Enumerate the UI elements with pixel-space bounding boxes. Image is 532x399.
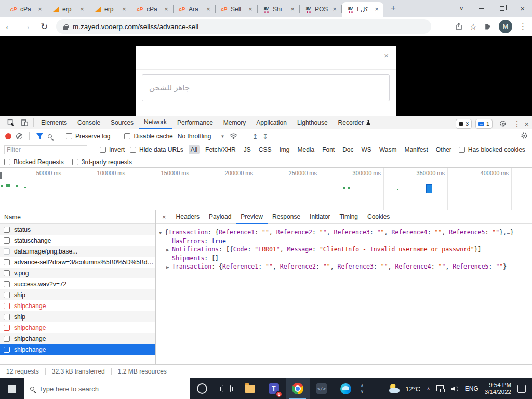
network-settings-gear-icon[interactable] xyxy=(521,132,528,141)
checkbox-icon[interactable] xyxy=(124,133,130,139)
json-line[interactable]: ▶Transaction: {Reference1: "", Reference… xyxy=(166,262,532,271)
issues-badge[interactable]: 1 xyxy=(475,119,493,129)
json-line[interactable]: HasErrors: true xyxy=(166,237,532,245)
request-row[interactable]: shipchange xyxy=(0,333,155,344)
device-toolbar-icon[interactable] xyxy=(18,116,31,129)
json-line[interactable]: ▼{Transaction: {Reference1: "", Referenc… xyxy=(159,228,532,237)
tab-close-icon[interactable]: × xyxy=(121,6,128,12)
filter-type-doc[interactable]: Doc xyxy=(340,145,355,154)
devtools-settings-gear-icon[interactable] xyxy=(496,117,510,130)
forward-icon[interactable]: → xyxy=(18,21,35,32)
request-checkbox[interactable] xyxy=(4,270,10,276)
console-errors-badge[interactable]: 3 xyxy=(456,119,472,129)
throttling-select[interactable]: No throttling▼ xyxy=(178,132,225,140)
request-checkbox[interactable] xyxy=(4,248,10,255)
share-icon[interactable] xyxy=(455,22,463,31)
preserve-log-checkbox[interactable]: Preserve log xyxy=(66,132,110,140)
timeline-request-mark[interactable] xyxy=(24,187,26,188)
request-checkbox[interactable] xyxy=(4,237,10,244)
timeline-request-mark[interactable] xyxy=(343,187,345,189)
request-checkbox[interactable] xyxy=(4,347,10,353)
action-center-icon[interactable] xyxy=(517,385,526,393)
request-row[interactable]: data:image/png;base... xyxy=(0,246,155,257)
filter-type-fetchxhr[interactable]: Fetch/XHR xyxy=(203,145,238,154)
checkbox-icon[interactable] xyxy=(100,147,106,153)
file-explorer-button[interactable] xyxy=(238,378,262,399)
request-row[interactable]: statuschange xyxy=(0,235,155,246)
detail-tab-payload[interactable]: Payload xyxy=(204,210,236,224)
request-row[interactable]: ship xyxy=(0,311,155,322)
blocked-requests-checkbox[interactable]: Blocked Requests xyxy=(4,158,64,166)
bookmark-star-icon[interactable]: ☆ xyxy=(470,22,477,32)
detail-tab-timing[interactable]: Timing xyxy=(335,210,363,224)
taskbar-clock[interactable]: 9:54 PM 3/14/2022 xyxy=(485,382,511,395)
request-checkbox[interactable] xyxy=(4,259,10,265)
tab-close-icon[interactable]: × xyxy=(331,6,338,12)
timeline-request-mark[interactable] xyxy=(348,187,350,189)
preview-json-tree[interactable]: ▼{Transaction: {Reference1: "", Referenc… xyxy=(156,224,532,364)
detail-tab-headers[interactable]: Headers xyxy=(171,210,204,224)
expand-arrow-icon[interactable]: ▶ xyxy=(166,263,172,271)
disable-cache-checkbox[interactable]: Disable cache xyxy=(124,132,172,140)
filter-type-js[interactable]: JS xyxy=(242,145,253,154)
checkbox-icon[interactable] xyxy=(459,147,465,153)
filter-funnel-icon[interactable] xyxy=(36,133,43,139)
tab-search-chevron-icon[interactable]: ∨ xyxy=(459,5,463,12)
back-icon[interactable]: ← xyxy=(0,21,18,32)
request-row[interactable]: ship xyxy=(0,289,155,300)
code-app-button[interactable]: </> xyxy=(310,378,334,399)
request-row[interactable]: v.png xyxy=(0,268,155,278)
request-row[interactable]: status xyxy=(0,224,155,235)
request-row[interactable]: success.wav?v=72 xyxy=(0,278,155,289)
overflow-up-icon[interactable]: ∧ xyxy=(361,383,364,388)
browser-tab[interactable]: cPa× xyxy=(131,2,173,17)
browser-menu-icon[interactable]: ⋮ xyxy=(519,22,527,31)
devtools-tab-elements[interactable]: Elements xyxy=(36,116,72,129)
detail-close-icon[interactable]: × xyxy=(158,213,170,221)
filter-type-manifest[interactable]: Manifest xyxy=(402,145,430,154)
detail-tab-initiator[interactable]: Initiator xyxy=(305,210,335,224)
timeline-request-mark[interactable] xyxy=(0,172,2,179)
requests-name-column-header[interactable]: Name xyxy=(0,210,155,224)
tab-close-icon[interactable]: × xyxy=(163,6,170,12)
checkbox-icon[interactable] xyxy=(4,159,10,165)
has-blocked-cookies-checkbox[interactable]: Has blocked cookies xyxy=(459,146,525,153)
url-text[interactable]: m.zayed.vooerp.com/sellss/advance-sell xyxy=(73,23,198,31)
filter-type-other[interactable]: Other xyxy=(434,145,454,154)
request-row[interactable]: shipchange xyxy=(0,300,155,311)
request-row[interactable]: shipchange xyxy=(0,322,155,333)
clear-icon[interactable] xyxy=(16,133,22,139)
request-row[interactable]: shipchange xyxy=(0,344,155,355)
tab-close-icon[interactable]: × xyxy=(36,6,44,12)
checkbox-icon[interactable] xyxy=(66,133,72,139)
devtools-tab-sources[interactable]: Sources xyxy=(105,116,139,129)
third-party-checkbox[interactable]: 3rd-party requests xyxy=(72,158,132,166)
network-conditions-icon[interactable] xyxy=(229,132,238,141)
invert-checkbox[interactable]: Invert xyxy=(100,146,125,153)
timeline-request-mark[interactable] xyxy=(1,185,3,187)
checkbox-icon[interactable] xyxy=(130,147,136,153)
timeline-selected-request-mark[interactable] xyxy=(426,184,432,193)
restore-icon[interactable] xyxy=(500,6,504,11)
tab-close-icon[interactable]: × xyxy=(247,6,254,12)
timeline-request-mark[interactable] xyxy=(16,185,18,187)
minimize-icon[interactable] xyxy=(479,8,484,8)
expand-arrow-icon[interactable]: ▶ xyxy=(166,246,172,254)
window-close-icon[interactable]: × xyxy=(520,4,525,13)
record-icon[interactable] xyxy=(5,133,11,139)
network-search-icon[interactable] xyxy=(48,134,52,138)
request-checkbox[interactable] xyxy=(4,292,10,298)
filter-input[interactable]: Filter xyxy=(4,145,87,154)
chrome-button[interactable] xyxy=(286,378,310,399)
tab-close-icon[interactable]: × xyxy=(78,6,86,12)
modal-close-icon[interactable]: × xyxy=(384,51,389,60)
filter-type-css[interactable]: CSS xyxy=(257,145,274,154)
tab-close-icon[interactable]: × xyxy=(289,6,296,12)
taskbar-search[interactable]: Type here to search xyxy=(24,378,190,399)
language-indicator[interactable]: ENG xyxy=(465,385,478,392)
filter-type-ws[interactable]: WS xyxy=(360,145,374,154)
tray-expand-icon[interactable]: ∧ xyxy=(427,386,430,391)
request-checkbox[interactable] xyxy=(4,314,10,320)
tab-close-icon[interactable]: × xyxy=(205,6,212,12)
devtools-tab-memory[interactable]: Memory xyxy=(218,116,251,129)
